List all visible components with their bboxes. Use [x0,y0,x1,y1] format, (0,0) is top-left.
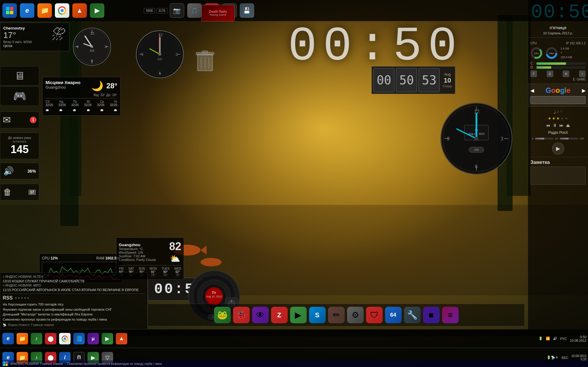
dock-wrench[interactable]: 🔧 [404,307,421,323]
big-time-display: 00:50 [226,23,525,71]
taskbar-ie[interactable]: e [20,3,34,18]
volume-value: 36% [27,169,36,174]
svg-text:12: 12 [158,33,163,37]
svg-text:9: 9 [77,45,78,49]
dock-ladybug[interactable]: 🐞 [233,307,250,323]
weather-main-temp: 28° [106,82,117,90]
new-year-label: До нового року [3,136,36,140]
svg-rect-46 [202,51,208,53]
dock-frog[interactable]: 🐸 [214,307,231,323]
dock-antivirus[interactable]: 🛡 [366,307,383,323]
taskbar-chrome[interactable] [55,3,69,18]
tray-icons-row2: 🔋📡🖱 [547,356,558,359]
dock-filezilla[interactable]: Z [271,307,288,323]
death-rally-label: Death Rally [209,10,227,13]
top-taskbar: e 📁 ▲ ▶ [0,0,588,21]
disk-val: 155.8 MB [561,55,572,59]
dock-dark[interactable]: ≡ [442,307,459,323]
taskbar-bottom-music[interactable]: ♪ [31,333,42,344]
note-widget: Заметка [528,157,588,188]
taskbar-bottom-red[interactable]: ⬤ [45,333,56,344]
tray-time: 0:50 [570,335,586,339]
taskbar-save[interactable]: 💾 [240,3,254,18]
top-taskbar-icons: e 📁 ▲ ▶ [0,2,588,19]
widget-monitor: 🖥 [0,66,39,86]
flip-clock: 00 50 53 Aug 10 Friday [371,66,455,94]
taskbar-camera[interactable]: 📷 [170,3,184,18]
widget-new-year: До нового року осталось 145 [0,133,39,159]
taskbar-bottom-ie[interactable]: e [2,333,14,344]
rss-widget: » ЯНДЕКС.НОВИНИ: НІ-ТЕЧ 13/15 КОШКИ СЛУЖ… [0,272,148,329]
vol-mid: 50 [555,137,558,140]
taskbar-app-triangle[interactable]: ▲ [72,3,87,18]
dock-settings[interactable]: ⚙ [347,307,364,323]
weather-main-condition: Місцями Хмарно [46,80,81,85]
taskbar-media[interactable]: ▶ [90,3,104,18]
new-year-sub: осталось [3,140,36,143]
dock-64[interactable]: 64 [385,307,402,323]
weather2-conditions: Conditions: Partly Cloudy [119,258,156,262]
svg-point-28 [91,45,93,48]
cpu-value: 12% [51,256,58,260]
taskbar-folder[interactable]: 📁 [37,3,52,18]
svg-point-88 [64,337,66,340]
trash-icon[interactable] [193,50,217,77]
dock-pen[interactable]: ✏ [328,307,345,323]
sysinfo-widget: CPU IP 192.168.1.2 CPU R [528,39,588,83]
taskbar-bottom-utorrent[interactable]: μ [87,333,99,344]
widget-recycle[interactable]: 🗑 17 [0,184,39,200]
taskbar-bottom-chrome[interactable] [59,333,71,344]
svg-text:Aug 10, 2012: Aug 10, 2012 [206,295,222,298]
weather2-temp-num: 82 [169,240,181,253]
svg-point-43 [158,53,161,56]
weather-main-city: Guangzhou [46,85,81,89]
rss-title: RSS [3,295,13,301]
weather2-temp-label: Temperature: °C [119,247,156,251]
rss-source-label: Яндекс.Новості: Главные новини [8,323,54,327]
music-play[interactable]: ⏸ [553,123,557,128]
widget-gamepad: 🎮 [0,86,39,106]
disk-plus: + [561,51,572,55]
widget-mail[interactable]: ✉ 1 [0,111,39,128]
dock-greenplay[interactable]: ▶ [290,307,307,323]
taskbar-bottom-blue[interactable]: 📘 [73,333,85,344]
google-label: Google [545,86,571,95]
right-panel: 00:50 п'ятниця 10 Серпень 2012 р. CPU IP… [528,0,588,329]
taskbar-bottom-folder[interactable]: 📁 [17,333,28,344]
svg-text:6: 6 [475,164,478,169]
widget-volume[interactable]: 🔊 36% [0,163,39,179]
rss-news-2: Янукович підписав закон о ратифікаций зо… [3,307,145,312]
badge-566: 566Б [144,8,155,13]
taskbar-bottom-play[interactable]: ▶ [102,333,113,344]
flip-h3: 53 [419,68,440,92]
svg-marker-7 [201,246,207,255]
music-prev[interactable]: ⏮ [546,123,550,128]
svg-rect-92 [6,364,8,366]
rss-source-2: ЯНДЕКС.НОВИНИ: АВТО [5,284,41,287]
dock-eye[interactable]: 👁 [252,307,269,323]
note-textarea[interactable] [530,167,586,185]
google-next[interactable]: ▶ [582,88,586,93]
tray-icon-2: 📶 [546,337,550,340]
taskbar-bottom-triangle[interactable]: ▲ [116,333,127,344]
weather-wind: Вітер 5 км/ч, WSW [3,40,32,44]
taskbar-audio[interactable]: 🎵 [187,3,202,18]
google-prev[interactable]: ◀ [530,88,534,93]
music-next[interactable]: ⏭ [559,123,564,128]
dock-purple[interactable]: ■ [423,307,440,323]
dock-skype[interactable]: S [309,307,326,323]
svg-text:3: 3 [105,45,106,49]
vol-max: 100 [580,137,584,140]
death-rally-window[interactable]: Death Rally Racing Game [201,5,235,21]
note-label: Заметка [530,160,586,165]
svg-text:6: 6 [91,59,93,62]
music-eject[interactable]: ⏏ [566,123,570,128]
svg-rect-9 [6,7,9,10]
svg-text:AM: AM [90,49,94,52]
analog-clock-2: 12 3 6 9 AM [136,30,184,78]
rss-news-4: Симоненко пропонує провести референдум п… [3,317,145,322]
google-search-input[interactable] [530,96,586,104]
music-play-big[interactable]: ▶ [552,143,564,155]
badge-317: 317Б [156,8,167,13]
start-button[interactable] [2,3,17,18]
